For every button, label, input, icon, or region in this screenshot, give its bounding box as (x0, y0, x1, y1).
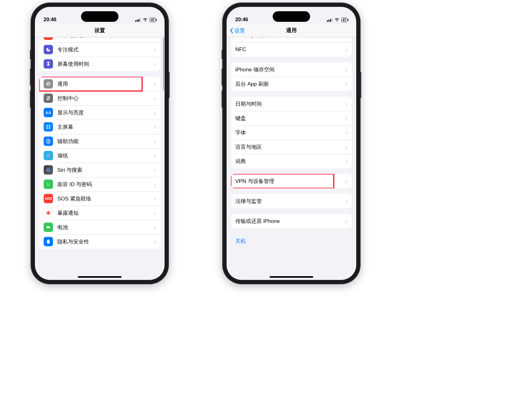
chevron-right-icon: › (345, 144, 347, 150)
home-indicator[interactable] (270, 276, 313, 278)
svg-point-15 (46, 154, 48, 155)
settings-row-vpn[interactable]: VPN 与设备管理› (231, 174, 352, 188)
wifi-icon (334, 17, 339, 22)
settings-row-fonts[interactable]: 字体› (231, 125, 352, 140)
row-label: 法律与监管 (235, 198, 345, 205)
sos-icon: SOS (44, 194, 53, 203)
svg-rect-6 (46, 127, 48, 129)
settings-row-wallpaper[interactable]: 墙纸› (39, 148, 160, 163)
chevron-right-icon: › (345, 198, 347, 204)
nav-bar: 设置 (35, 24, 165, 37)
general-list[interactable]: CarPlay 车载›NFC›iPhone 储存空间›后台 App 刷新›日期与… (227, 37, 356, 280)
privacy-icon (44, 237, 53, 246)
row-label: 日期与时间 (235, 100, 345, 108)
shutdown-row[interactable]: 关机 (227, 234, 356, 248)
row-label: 面容 ID 与密码 (57, 181, 154, 188)
row-label: 通用 (57, 80, 154, 88)
settings-row-focus[interactable]: 专注模式› (39, 42, 160, 57)
settings-row-langregion[interactable]: 语言与地区› (231, 140, 352, 154)
display-icon: AA (44, 108, 53, 117)
svg-line-28 (47, 211, 47, 212)
faceid-icon (44, 180, 53, 189)
phone-frame-left: 20:46 47 设置 声音与触感›专注模式›屏幕使用时间›通用›控制中心›AA… (31, 3, 168, 284)
row-label: SOS 紧急联络 (57, 195, 154, 202)
row-label: NFC (235, 46, 345, 53)
row-label: VPN 与设备管理 (235, 178, 345, 185)
settings-group: CarPlay 车载›NFC› (231, 37, 352, 57)
svg-point-19 (46, 168, 50, 172)
row-label: 电池 (57, 224, 154, 231)
chevron-right-icon: › (345, 158, 347, 164)
settings-row-transfer[interactable]: 传输或还原 iPhone› (231, 214, 352, 228)
row-label: iPhone 储存空间 (235, 66, 345, 73)
settings-row-sos[interactable]: SOSSOS 紧急联络› (39, 191, 160, 206)
svg-point-17 (46, 156, 48, 157)
row-label: 墙纸 (57, 152, 154, 159)
dynamic-island (273, 11, 310, 22)
accessibility-icon (44, 137, 53, 146)
settings-row-sound[interactable]: 声音与触感› (39, 37, 160, 42)
row-label: 专注模式 (57, 46, 154, 53)
settings-group: 通用›控制中心›AA显示与亮度›主屏幕›辅助功能›墙纸›Siri 与搜索›面容 … (39, 77, 160, 249)
settings-row-home[interactable]: 主屏幕› (39, 120, 160, 134)
settings-group: iPhone 储存空间›后台 App 刷新› (231, 62, 352, 91)
cellular-icon (327, 18, 333, 22)
row-label: CarPlay 车载 (235, 37, 345, 39)
settings-row-legal[interactable]: 法律与监管› (231, 194, 352, 208)
settings-row-screentime[interactable]: 屏幕使用时间› (39, 57, 160, 71)
settings-row-accessibility[interactable]: 辅助功能› (39, 134, 160, 148)
chevron-right-icon: › (345, 66, 347, 73)
controlcenter-icon (44, 94, 53, 103)
settings-row-nfc[interactable]: NFC› (231, 42, 352, 57)
settings-row-controlcenter[interactable]: 控制中心› (39, 91, 160, 105)
row-label: 语言与地区 (235, 143, 345, 151)
settings-row-dict[interactable]: 词典› (231, 154, 352, 168)
settings-row-battery[interactable]: 电池› (39, 220, 160, 234)
chevron-right-icon: › (154, 195, 156, 202)
chevron-right-icon: › (345, 129, 347, 136)
chevron-right-icon: › (154, 124, 156, 130)
dynamic-island (81, 11, 118, 22)
general-icon (44, 79, 53, 89)
nav-bar: 设置 通用 (227, 24, 356, 37)
back-button[interactable]: 设置 (230, 24, 245, 37)
settings-row-display[interactable]: AA显示与亮度› (39, 105, 160, 120)
svg-rect-7 (49, 127, 50, 129)
settings-row-exposure[interactable]: 暴露通知› (39, 206, 160, 220)
chevron-right-icon: › (154, 224, 156, 230)
row-label: 控制中心 (57, 95, 154, 102)
page-title: 通用 (286, 27, 297, 34)
svg-point-9 (48, 140, 49, 140)
svg-point-22 (49, 183, 50, 184)
battery-icon (44, 223, 53, 232)
settings-row-siri[interactable]: Siri 与搜索› (39, 163, 160, 177)
settings-row-carplay[interactable]: CarPlay 车载› (231, 37, 352, 42)
settings-row-datetime[interactable]: 日期与时间› (231, 97, 352, 111)
settings-row-bgrefresh[interactable]: 后台 App 刷新› (231, 77, 352, 91)
home-indicator[interactable] (78, 276, 122, 278)
status-time: 20:46 (235, 17, 248, 22)
settings-row-privacy[interactable]: 隐私与安全性› (39, 234, 160, 249)
svg-point-10 (48, 155, 49, 156)
settings-group: 声音与触感›专注模式›屏幕使用时间› (39, 37, 160, 71)
svg-rect-32 (46, 226, 50, 228)
row-label: 主屏幕 (57, 123, 154, 131)
svg-point-21 (47, 183, 48, 184)
svg-point-23 (47, 212, 50, 214)
settings-group: 日期与时间›键盘›字体›语言与地区›词典› (231, 97, 352, 168)
settings-row-storage[interactable]: iPhone 储存空间› (231, 62, 352, 77)
svg-point-3 (49, 99, 50, 100)
svg-point-16 (49, 154, 50, 155)
row-label: 显示与亮度 (57, 109, 154, 116)
settings-row-general[interactable]: 通用› (39, 77, 160, 91)
chevron-right-icon: › (345, 37, 347, 38)
settings-row-keyboard[interactable]: 键盘› (231, 111, 352, 125)
row-label: 屏幕使用时间 (57, 60, 154, 68)
svg-line-29 (49, 214, 50, 214)
chevron-right-icon: › (154, 152, 156, 159)
settings-group: 传输或还原 iPhone› (231, 214, 352, 228)
settings-list[interactable]: 声音与触感›专注模式›屏幕使用时间›通用›控制中心›AA显示与亮度›主屏幕›辅助… (35, 37, 165, 280)
chevron-right-icon: › (345, 115, 347, 121)
settings-row-faceid[interactable]: 面容 ID 与密码› (39, 177, 160, 191)
chevron-right-icon: › (154, 37, 156, 38)
